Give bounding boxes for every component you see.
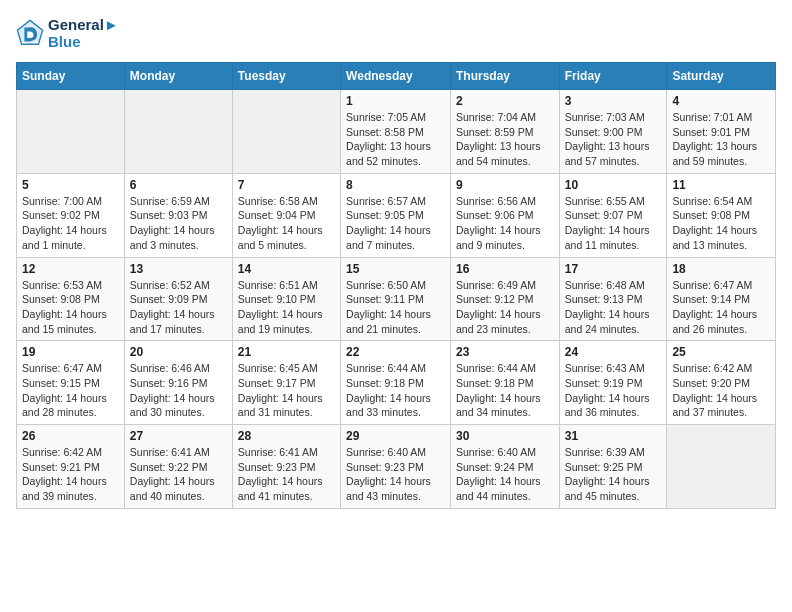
day-number: 6 [130, 178, 227, 192]
day-number: 25 [672, 345, 770, 359]
calendar-cell: 30Sunrise: 6:40 AMSunset: 9:24 PMDayligh… [450, 425, 559, 509]
day-detail: Sunrise: 6:51 AMSunset: 9:10 PMDaylight:… [238, 278, 335, 337]
day-detail: Sunrise: 6:42 AMSunset: 9:20 PMDaylight:… [672, 361, 770, 420]
calendar-cell: 15Sunrise: 6:50 AMSunset: 9:11 PMDayligh… [341, 257, 451, 341]
day-detail: Sunrise: 6:43 AMSunset: 9:19 PMDaylight:… [565, 361, 662, 420]
day-detail: Sunrise: 7:03 AMSunset: 9:00 PMDaylight:… [565, 110, 662, 169]
day-number: 10 [565, 178, 662, 192]
calendar-cell: 26Sunrise: 6:42 AMSunset: 9:21 PMDayligh… [17, 425, 125, 509]
calendar-cell: 24Sunrise: 6:43 AMSunset: 9:19 PMDayligh… [559, 341, 667, 425]
calendar-cell [124, 90, 232, 174]
day-number: 22 [346, 345, 445, 359]
day-detail: Sunrise: 6:57 AMSunset: 9:05 PMDaylight:… [346, 194, 445, 253]
day-number: 13 [130, 262, 227, 276]
weekday-header-thursday: Thursday [450, 63, 559, 90]
day-number: 11 [672, 178, 770, 192]
logo-icon [16, 19, 44, 47]
day-number: 20 [130, 345, 227, 359]
day-detail: Sunrise: 6:45 AMSunset: 9:17 PMDaylight:… [238, 361, 335, 420]
calendar-cell [232, 90, 340, 174]
calendar-cell: 17Sunrise: 6:48 AMSunset: 9:13 PMDayligh… [559, 257, 667, 341]
calendar-cell: 5Sunrise: 7:00 AMSunset: 9:02 PMDaylight… [17, 173, 125, 257]
day-number: 1 [346, 94, 445, 108]
day-number: 30 [456, 429, 554, 443]
day-number: 27 [130, 429, 227, 443]
day-number: 17 [565, 262, 662, 276]
day-detail: Sunrise: 6:54 AMSunset: 9:08 PMDaylight:… [672, 194, 770, 253]
calendar-cell: 27Sunrise: 6:41 AMSunset: 9:22 PMDayligh… [124, 425, 232, 509]
day-number: 8 [346, 178, 445, 192]
day-detail: Sunrise: 6:50 AMSunset: 9:11 PMDaylight:… [346, 278, 445, 337]
day-number: 26 [22, 429, 119, 443]
calendar-cell: 21Sunrise: 6:45 AMSunset: 9:17 PMDayligh… [232, 341, 340, 425]
calendar-cell: 14Sunrise: 6:51 AMSunset: 9:10 PMDayligh… [232, 257, 340, 341]
weekday-header-wednesday: Wednesday [341, 63, 451, 90]
calendar-cell: 18Sunrise: 6:47 AMSunset: 9:14 PMDayligh… [667, 257, 776, 341]
day-detail: Sunrise: 6:59 AMSunset: 9:03 PMDaylight:… [130, 194, 227, 253]
calendar-week-row: 12Sunrise: 6:53 AMSunset: 9:08 PMDayligh… [17, 257, 776, 341]
calendar-cell: 23Sunrise: 6:44 AMSunset: 9:18 PMDayligh… [450, 341, 559, 425]
day-number: 23 [456, 345, 554, 359]
calendar-cell: 3Sunrise: 7:03 AMSunset: 9:00 PMDaylight… [559, 90, 667, 174]
day-number: 19 [22, 345, 119, 359]
calendar-cell: 2Sunrise: 7:04 AMSunset: 8:59 PMDaylight… [450, 90, 559, 174]
day-detail: Sunrise: 6:47 AMSunset: 9:14 PMDaylight:… [672, 278, 770, 337]
calendar-cell [667, 425, 776, 509]
calendar-cell: 19Sunrise: 6:47 AMSunset: 9:15 PMDayligh… [17, 341, 125, 425]
day-detail: Sunrise: 6:41 AMSunset: 9:23 PMDaylight:… [238, 445, 335, 504]
calendar-cell: 9Sunrise: 6:56 AMSunset: 9:06 PMDaylight… [450, 173, 559, 257]
calendar-cell: 12Sunrise: 6:53 AMSunset: 9:08 PMDayligh… [17, 257, 125, 341]
weekday-header-row: SundayMondayTuesdayWednesdayThursdayFrid… [17, 63, 776, 90]
day-number: 28 [238, 429, 335, 443]
day-number: 9 [456, 178, 554, 192]
calendar-week-row: 1Sunrise: 7:05 AMSunset: 8:58 PMDaylight… [17, 90, 776, 174]
day-detail: Sunrise: 7:04 AMSunset: 8:59 PMDaylight:… [456, 110, 554, 169]
day-detail: Sunrise: 7:01 AMSunset: 9:01 PMDaylight:… [672, 110, 770, 169]
calendar-cell: 16Sunrise: 6:49 AMSunset: 9:12 PMDayligh… [450, 257, 559, 341]
day-detail: Sunrise: 7:00 AMSunset: 9:02 PMDaylight:… [22, 194, 119, 253]
day-detail: Sunrise: 6:42 AMSunset: 9:21 PMDaylight:… [22, 445, 119, 504]
day-detail: Sunrise: 6:52 AMSunset: 9:09 PMDaylight:… [130, 278, 227, 337]
day-detail: Sunrise: 6:40 AMSunset: 9:24 PMDaylight:… [456, 445, 554, 504]
day-detail: Sunrise: 6:46 AMSunset: 9:16 PMDaylight:… [130, 361, 227, 420]
day-detail: Sunrise: 6:47 AMSunset: 9:15 PMDaylight:… [22, 361, 119, 420]
day-detail: Sunrise: 6:48 AMSunset: 9:13 PMDaylight:… [565, 278, 662, 337]
day-number: 16 [456, 262, 554, 276]
day-detail: Sunrise: 6:41 AMSunset: 9:22 PMDaylight:… [130, 445, 227, 504]
day-detail: Sunrise: 6:53 AMSunset: 9:08 PMDaylight:… [22, 278, 119, 337]
day-detail: Sunrise: 6:44 AMSunset: 9:18 PMDaylight:… [346, 361, 445, 420]
day-detail: Sunrise: 6:44 AMSunset: 9:18 PMDaylight:… [456, 361, 554, 420]
page-header: General► Blue [16, 16, 776, 50]
calendar-table: SundayMondayTuesdayWednesdayThursdayFrid… [16, 62, 776, 509]
calendar-cell [17, 90, 125, 174]
day-detail: Sunrise: 6:39 AMSunset: 9:25 PMDaylight:… [565, 445, 662, 504]
day-number: 18 [672, 262, 770, 276]
day-number: 3 [565, 94, 662, 108]
calendar-week-row: 5Sunrise: 7:00 AMSunset: 9:02 PMDaylight… [17, 173, 776, 257]
day-number: 5 [22, 178, 119, 192]
calendar-week-row: 26Sunrise: 6:42 AMSunset: 9:21 PMDayligh… [17, 425, 776, 509]
weekday-header-sunday: Sunday [17, 63, 125, 90]
weekday-header-monday: Monday [124, 63, 232, 90]
calendar-cell: 8Sunrise: 6:57 AMSunset: 9:05 PMDaylight… [341, 173, 451, 257]
day-number: 31 [565, 429, 662, 443]
calendar-cell: 4Sunrise: 7:01 AMSunset: 9:01 PMDaylight… [667, 90, 776, 174]
day-detail: Sunrise: 6:40 AMSunset: 9:23 PMDaylight:… [346, 445, 445, 504]
logo-text: General► Blue [48, 16, 119, 50]
calendar-cell: 10Sunrise: 6:55 AMSunset: 9:07 PMDayligh… [559, 173, 667, 257]
calendar-cell: 13Sunrise: 6:52 AMSunset: 9:09 PMDayligh… [124, 257, 232, 341]
calendar-cell: 31Sunrise: 6:39 AMSunset: 9:25 PMDayligh… [559, 425, 667, 509]
calendar-cell: 29Sunrise: 6:40 AMSunset: 9:23 PMDayligh… [341, 425, 451, 509]
day-number: 2 [456, 94, 554, 108]
day-number: 14 [238, 262, 335, 276]
day-detail: Sunrise: 6:55 AMSunset: 9:07 PMDaylight:… [565, 194, 662, 253]
day-number: 4 [672, 94, 770, 108]
day-number: 12 [22, 262, 119, 276]
day-number: 15 [346, 262, 445, 276]
day-number: 29 [346, 429, 445, 443]
day-detail: Sunrise: 6:49 AMSunset: 9:12 PMDaylight:… [456, 278, 554, 337]
calendar-cell: 25Sunrise: 6:42 AMSunset: 9:20 PMDayligh… [667, 341, 776, 425]
calendar-cell: 28Sunrise: 6:41 AMSunset: 9:23 PMDayligh… [232, 425, 340, 509]
calendar-cell: 22Sunrise: 6:44 AMSunset: 9:18 PMDayligh… [341, 341, 451, 425]
logo: General► Blue [16, 16, 119, 50]
